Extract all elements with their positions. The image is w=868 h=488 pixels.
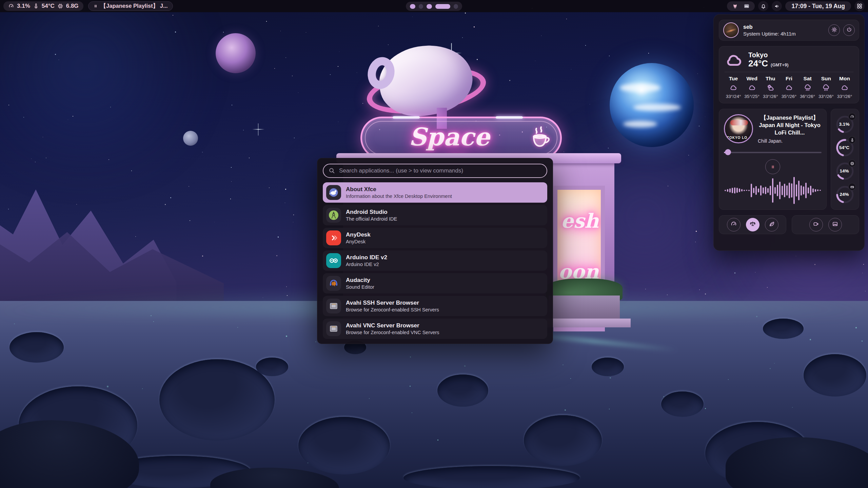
app-row-audacity[interactable]: AudacitySound Editor (323, 273, 547, 293)
forecast-day-sun: Sun33°/26° (817, 76, 835, 99)
disk-gauge: 24% (835, 184, 855, 205)
top-panel: 3.1% 54°C 6.8G 【Japanese Playlist】 J... … (0, 0, 868, 12)
screenshot-button[interactable] (828, 218, 842, 231)
volume-button[interactable] (772, 1, 782, 11)
memory-gauge-value: 14% (835, 168, 854, 174)
power-profile-balanced-button[interactable] (746, 218, 760, 231)
pause-icon (93, 3, 98, 9)
system-gauges: 3.1%54°C14%24% (831, 109, 859, 210)
earth-planet (610, 63, 694, 147)
forecast-day-label: Thu (766, 76, 775, 82)
cpu-temp: 54°C (42, 3, 55, 9)
app-row-avahi-vnc-server-browser[interactable]: Avahi VNC Server BrowserBrowse for Zeroc… (323, 319, 547, 339)
app-description: Information about the Xfce Desktop Envir… (346, 193, 452, 199)
xfce-app-icon (326, 185, 341, 200)
chip-icon (848, 160, 856, 167)
app-row-arduino-ide-v2[interactable]: Arduino IDE v2Arduino IDE v2 (323, 250, 547, 271)
clock[interactable]: 17:09 - Tue, 19 Aug (785, 1, 851, 11)
app-title: Avahi SSH Server Browser (346, 299, 439, 306)
forecast-temps: 33°/26° (818, 94, 834, 99)
anydesk-app-icon (326, 230, 341, 245)
app-title: Android Studio (346, 208, 397, 216)
cpu-gauge: 3.1% (835, 114, 855, 135)
seek-thumb[interactable] (725, 149, 731, 155)
app-title: Arduino IDE v2 (346, 254, 387, 261)
app-description: Browse for Zeroconf-enabled SSH Servers (346, 307, 439, 313)
workspace-switcher[interactable] (406, 2, 462, 11)
workspace-dot-active[interactable] (435, 4, 450, 9)
notifications-button[interactable] (758, 1, 768, 11)
forecast-day-label: Fri (786, 76, 792, 82)
app-description: Arduino IDE v2 (346, 261, 387, 267)
app-title: Avahi VNC Server Browser (346, 322, 439, 329)
app-title: AnyDesk (346, 231, 371, 238)
play-pause-button[interactable] (765, 159, 780, 174)
widgets-button[interactable] (854, 1, 865, 11)
forecast-day-thu: Thu33°/26° (762, 76, 779, 99)
temperature-gauge: 54°C (835, 137, 855, 158)
cpu-usage: 3.1% (17, 3, 30, 9)
album-art[interactable]: TOKYO LO (724, 114, 753, 143)
forecast-day-sat: Sat36°/26° (799, 76, 816, 99)
forecast-temps: 33°/24° (726, 94, 741, 99)
cloud-weather-icon (840, 84, 849, 92)
arduino-app-icon (326, 253, 341, 268)
screen-record-button[interactable] (809, 218, 823, 231)
gallery-tray-icon[interactable] (743, 3, 750, 9)
app-launcher: About XfceInformation about the Xfce Des… (317, 158, 553, 344)
album-art-caption: TOKYO LO (727, 136, 747, 140)
user-name: seb (743, 24, 796, 30)
workspace-dot[interactable] (410, 4, 415, 9)
network-app-icon (326, 299, 341, 313)
purple-planet (216, 33, 256, 73)
cloud-weather-icon (784, 84, 794, 92)
power-button[interactable] (843, 24, 855, 36)
now-playing-task[interactable]: 【Japanese Playlist】 J... (88, 1, 173, 11)
network-app-icon (326, 321, 341, 336)
app-description: Sound Editor (346, 284, 374, 290)
memory-chip-icon (57, 3, 63, 9)
forecast-day-mon: Mon33°/26° (836, 76, 853, 99)
forecast-temps: 35°/26° (782, 94, 797, 99)
search-input[interactable] (323, 164, 547, 178)
forecast-day-label: Wed (746, 76, 757, 82)
forecast-day-label: Mon (839, 76, 850, 82)
audacity-app-icon (326, 276, 341, 291)
widgets-panel: seb System Uptime: 4h11m Tokyo 24°C (GMT… (713, 14, 865, 251)
forecast-temps: 33°/26° (837, 94, 852, 99)
androidstudio-app-icon (326, 208, 341, 223)
settings-button[interactable] (828, 24, 840, 36)
power-profile-powersave-button[interactable] (765, 218, 778, 231)
app-row-avahi-ssh-server-browser[interactable]: Avahi SSH Server BrowserBrowse for Zeroc… (323, 296, 547, 316)
app-row-about-xfce[interactable]: About XfceInformation about the Xfce Des… (323, 182, 547, 203)
weather-timezone: (GMT+9) (771, 63, 788, 67)
thermometer-icon (848, 136, 856, 144)
app-title: About Xfce (346, 186, 452, 193)
small-moon (183, 131, 198, 146)
forecast-temps: 36°/26° (800, 94, 815, 99)
app-row-anydesk[interactable]: AnyDeskAnyDesk (323, 228, 547, 248)
rain-weather-icon (803, 84, 812, 92)
media-player-card: TOKYO LO 【Japanese Playlist】 Japan All N… (719, 109, 827, 210)
forecast-day-label: Tue (729, 76, 738, 82)
cat-tray-icon[interactable] (732, 3, 738, 9)
cpu-gauge-icon (8, 3, 14, 9)
avatar[interactable] (723, 22, 739, 38)
workspace-dot[interactable] (427, 4, 432, 9)
cpu-gauge-value: 3.1% (835, 122, 854, 127)
thermometer-icon (33, 3, 39, 9)
power-profile-performance-button[interactable] (727, 218, 741, 231)
system-stats-pill[interactable]: 3.1% 54°C 6.8G (3, 1, 83, 11)
seek-slider[interactable] (724, 149, 822, 155)
suncloud-weather-icon (766, 84, 775, 92)
temperature-gauge-value: 54°C (835, 145, 854, 150)
app-row-android-studio[interactable]: Android StudioThe official Android IDE (323, 205, 547, 225)
workspace-dot[interactable] (454, 4, 458, 9)
workspace-dot[interactable] (419, 4, 423, 9)
weather-cloud-icon (725, 52, 744, 67)
app-title: Audacity (346, 277, 374, 284)
now-playing-label: 【Japanese Playlist】 J... (101, 2, 168, 10)
forecast-day-tue: Tue33°/24° (725, 76, 742, 99)
cloud-weather-icon (747, 84, 757, 92)
system-uptime: System Uptime: 4h11m (743, 31, 796, 37)
